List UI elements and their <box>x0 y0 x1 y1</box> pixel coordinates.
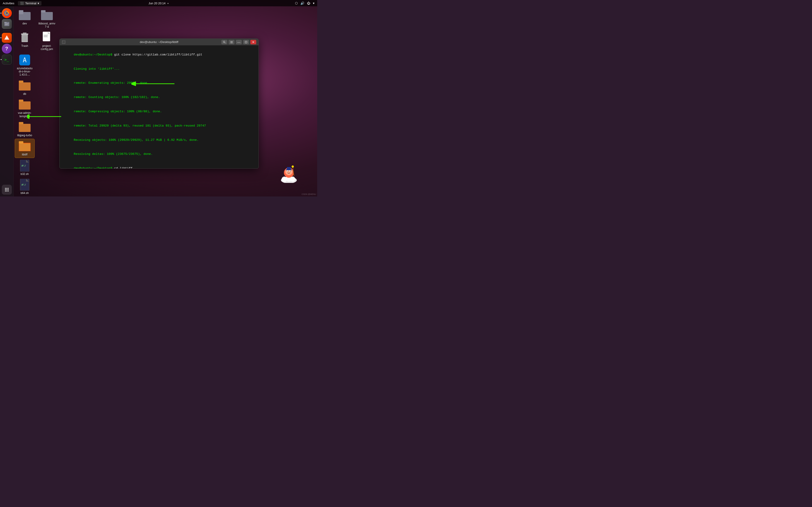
files-icon <box>4 21 10 27</box>
terminal-tab[interactable]: ⬛ Terminal ▾ <box>18 1 42 5</box>
svg-rect-18 <box>19 10 23 12</box>
icon-row-8: #!/ b32.sh <box>15 159 57 177</box>
svg-rect-58 <box>231 41 233 42</box>
close-button[interactable]: ✕ <box>250 40 256 44</box>
dock-appstore[interactable] <box>2 33 12 43</box>
dock-terminal[interactable]: >_ <box>2 55 12 64</box>
svg-marker-6 <box>4 35 9 40</box>
db-folder-icon <box>19 80 31 91</box>
project-config-label: project-config.jam <box>38 44 55 51</box>
svg-rect-30 <box>44 35 48 35</box>
dock-help[interactable]: ? <box>2 44 12 54</box>
dock-files[interactable] <box>2 19 12 29</box>
prompt-cd: dev@ubuntu:~/Desktop$ <box>74 167 112 168</box>
vue-admin-label: vue-admin-template <box>16 111 33 118</box>
svg-text:#!/: #!/ <box>21 164 26 167</box>
svg-rect-19 <box>41 12 53 20</box>
icon-row-7: libtiff <box>15 139 57 158</box>
svg-point-67 <box>290 176 295 181</box>
terminal-small-icon: ⬛ <box>62 41 65 43</box>
svg-point-56 <box>223 41 225 43</box>
svg-point-14 <box>6 190 7 191</box>
svg-rect-36 <box>19 80 23 83</box>
svg-rect-35 <box>19 82 31 91</box>
titlebar-left: ⬛ <box>62 40 65 44</box>
b64sh-label: b64.sh <box>20 191 29 194</box>
svg-point-10 <box>5 189 6 190</box>
topbar-right: ⬡ 🔊 ⏻ ▾ <box>295 1 314 5</box>
dock-active-indicator-2 <box>0 37 1 38</box>
terminal-dock-icon: >_ <box>5 57 9 62</box>
trash-label: Trash <box>21 44 28 48</box>
icon-row-1: dev libboost_armv7-a <box>15 8 57 30</box>
azuredatastudio-label: azuredatastudi-o-linux-1.43.0.... <box>16 67 33 76</box>
db-label: db <box>23 92 26 96</box>
dock-apps-button[interactable] <box>2 185 12 194</box>
svg-point-13 <box>5 190 6 191</box>
libboost-folder-icon <box>41 10 53 20</box>
dock: ? >_ <box>0 6 14 196</box>
terminal-app-icon: ⬛ <box>62 40 65 44</box>
output-5: remote: Total 29929 (delta 93), reused 1… <box>74 124 206 127</box>
libjpeg-folder-icon <box>19 122 31 132</box>
help-icon: ? <box>5 46 8 52</box>
dock-active-indicator-3 <box>1 59 2 60</box>
desktop-icon-db[interactable]: db <box>15 78 35 97</box>
desktop-icon-vue-admin[interactable]: vue-admin-template <box>15 97 35 119</box>
svg-point-15 <box>8 190 9 191</box>
svg-rect-42 <box>19 141 23 144</box>
svg-rect-32 <box>44 37 48 37</box>
project-config-icon <box>42 32 52 44</box>
desktop-icon-dev[interactable]: dev <box>15 8 35 30</box>
maximize-button[interactable] <box>243 40 249 44</box>
topbar-center: Jun 20 20:14 ● <box>148 2 168 5</box>
libtiff-label: libtiff <box>22 153 28 156</box>
svg-line-57 <box>225 43 225 43</box>
titlebar-right: — ✕ <box>221 40 256 44</box>
libboost-folder-label: libboost_armv7-a <box>38 22 55 29</box>
terminal-titlebar: ⬛ dev@ubuntu: ~/Desktop/libtiff — <box>60 39 258 46</box>
terminal-line-7: Receiving objects: 100% (29929/29929), 1… <box>63 133 255 147</box>
terminal-line-4: remote: Counting objects: 100% (182/182)… <box>63 90 255 105</box>
desktop-icon-libjpeg[interactable]: libjpeg-turbo <box>15 120 35 138</box>
svg-rect-61 <box>245 41 247 43</box>
svg-point-77 <box>292 165 294 168</box>
terminal-tab-label: Terminal <box>25 2 36 5</box>
terminal-line-6: remote: Total 29929 (delta 93), reused 1… <box>63 119 255 133</box>
firefox-icon <box>4 10 10 16</box>
desktop-icon-libboost[interactable]: libboost_armv7-a <box>37 8 57 30</box>
terminal-body[interactable]: dev@ubuntu:~/Desktop$ git clone https://… <box>60 46 258 168</box>
apps-grid-icon <box>5 187 9 192</box>
b32sh-label: b32.sh <box>20 172 29 176</box>
minimize-button[interactable]: — <box>236 40 242 44</box>
terminal-line-5: remote: Compressing objects: 100% (88/88… <box>63 105 255 119</box>
icon-row-4: db <box>15 78 57 97</box>
desktop-icon-azuredatastudio[interactable]: A azuredatastudi-o-linux-1.43.0.... <box>15 53 35 78</box>
svg-rect-41 <box>19 143 31 151</box>
desktop-icon-b32sh[interactable]: #!/ b32.sh <box>15 159 35 177</box>
icon-row-2: Trash project-config.jam <box>15 30 57 52</box>
vue-folder-icon <box>19 100 31 110</box>
desktop-icon-libtiff[interactable]: libtiff <box>15 139 35 158</box>
settings-icon: ▾ <box>313 1 314 5</box>
svg-rect-23 <box>23 33 27 34</box>
dev-folder-icon <box>19 10 31 20</box>
svg-point-9 <box>8 188 9 189</box>
desktop-icon-b64sh[interactable]: #!/ b64.sh <box>15 177 35 196</box>
search-button[interactable] <box>221 40 227 44</box>
search-icon <box>223 41 226 44</box>
svg-point-7 <box>5 188 6 189</box>
activities-button[interactable]: Activities <box>3 2 14 5</box>
menu-button[interactable] <box>229 40 235 44</box>
terminal-line-8: Resolving deltas: 100% (23675/23675), do… <box>63 147 255 161</box>
output-7: Resolving deltas: 100% (23675/23675), do… <box>74 152 153 156</box>
svg-point-73 <box>290 171 291 172</box>
minimize-icon: — <box>237 40 240 44</box>
desktop-icon-project-config[interactable]: project-config.jam <box>37 30 57 52</box>
power-icon: ⏻ <box>307 1 310 5</box>
svg-rect-3 <box>4 22 7 23</box>
svg-rect-60 <box>231 43 233 43</box>
desktop-icon-trash[interactable]: Trash <box>15 30 35 52</box>
dock-firefox[interactable] <box>2 8 12 18</box>
terminal-icon: ⬛ <box>20 2 24 5</box>
